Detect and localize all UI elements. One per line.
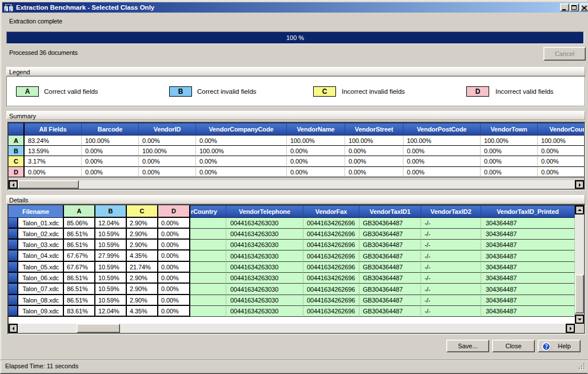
svg-text:?: ? [545,343,548,350]
